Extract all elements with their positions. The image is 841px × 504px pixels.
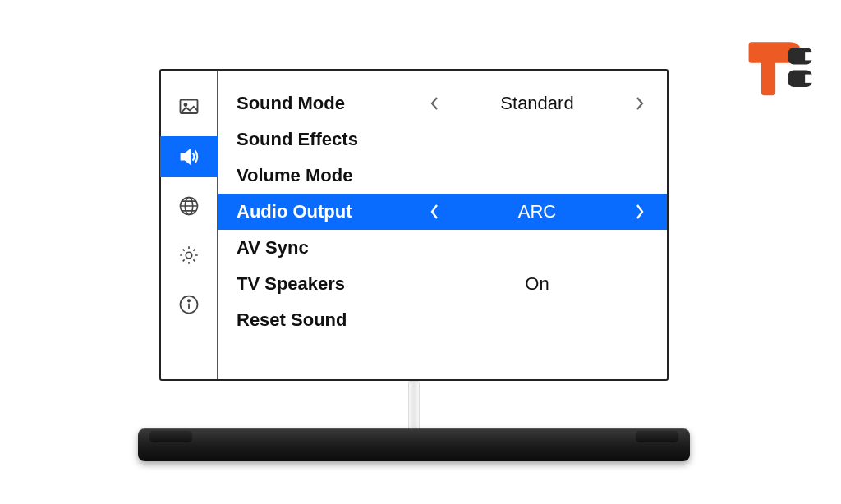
svg-point-5	[184, 103, 186, 106]
sidebar-item-settings[interactable]	[160, 235, 218, 276]
menu-label: AV Sync	[237, 237, 425, 259]
menu-label: Audio Output	[237, 201, 425, 222]
menu-value: On	[458, 273, 616, 295]
menu-label: Volume Mode	[237, 165, 425, 186]
settings-category-sidebar	[161, 71, 218, 379]
chevron-left-icon[interactable]	[425, 203, 443, 221]
info-icon	[177, 293, 200, 316]
menu-item-sound-mode[interactable]: Sound Mode Standard	[218, 85, 667, 121]
menu-item-av-sync[interactable]: AV Sync	[218, 230, 667, 266]
menu-item-sound-effects[interactable]: Sound Effects	[218, 121, 667, 158]
menu-value: Standard	[458, 93, 616, 114]
settings-icon	[177, 244, 200, 267]
menu-label: Sound Mode	[237, 93, 425, 114]
menu-item-audio-output[interactable]: Audio Output ARC	[218, 194, 667, 230]
svg-rect-2	[805, 52, 813, 60]
sidebar-item-sound[interactable]	[160, 136, 218, 177]
sound-icon	[177, 145, 200, 168]
sidebar-item-info[interactable]	[160, 284, 218, 325]
picture-icon	[177, 96, 200, 119]
menu-label: Sound Effects	[237, 129, 425, 150]
menu-label: TV Speakers	[237, 273, 425, 295]
svg-rect-3	[805, 75, 813, 83]
menu-item-reset-sound[interactable]: Reset Sound	[218, 302, 667, 338]
site-logo	[746, 38, 816, 97]
menu-value: ARC	[458, 201, 616, 222]
sound-settings-menu: Sound Mode Standard Sound Effects Volume…	[218, 71, 667, 379]
network-icon	[177, 195, 200, 218]
soundbar-device	[138, 428, 690, 461]
sidebar-item-network[interactable]	[160, 186, 218, 227]
menu-item-volume-mode[interactable]: Volume Mode	[218, 158, 667, 194]
svg-point-10	[188, 300, 190, 301]
menu-label: Reset Sound	[237, 309, 425, 331]
tv-settings-panel: Sound Mode Standard Sound Effects Volume…	[159, 69, 669, 381]
menu-item-tv-speakers[interactable]: TV Speakers . On .	[218, 266, 667, 302]
svg-point-8	[186, 252, 191, 258]
sidebar-item-picture[interactable]	[160, 87, 218, 128]
chevron-right-icon[interactable]	[631, 95, 649, 112]
chevron-left-icon[interactable]	[425, 95, 443, 112]
chevron-right-icon[interactable]	[631, 203, 649, 221]
